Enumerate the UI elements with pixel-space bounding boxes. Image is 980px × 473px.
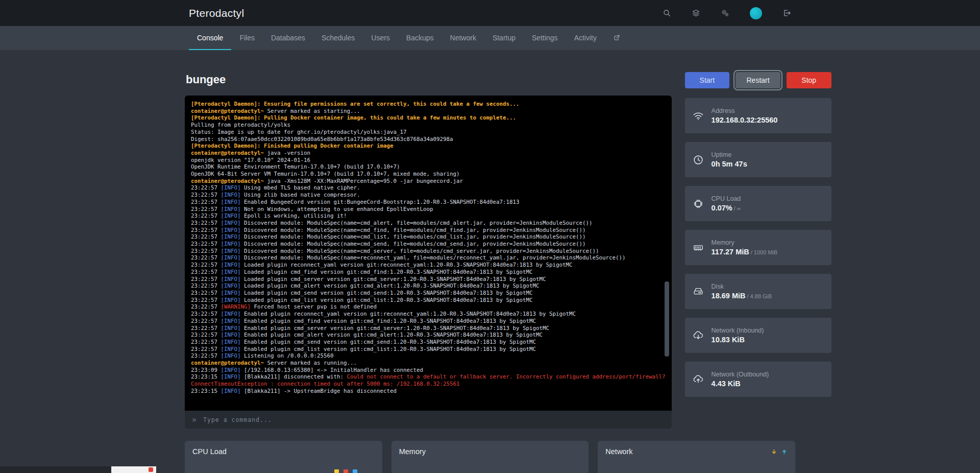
console-line: 23:22:57 [INFO] Discovered module: Modul… — [191, 233, 666, 241]
console-line: 23:22:57 [INFO] Loaded plugin cmd_list v… — [191, 297, 666, 304]
stat-label: Network (Outbound) — [712, 371, 769, 378]
console-line: 23:22:57 [INFO] Enabled plugin cmd_list … — [191, 346, 666, 353]
console-output[interactable]: [Pterodactyl Daemon]: Ensuring file perm… — [185, 96, 672, 411]
chart-title: Memory — [399, 447, 426, 456]
console-panel: [Pterodactyl Daemon]: Ensuring file perm… — [185, 96, 672, 429]
tab-settings[interactable]: Settings — [524, 26, 566, 50]
tab-backups[interactable]: Backups — [398, 26, 442, 50]
stat-label: CPU Load — [712, 195, 741, 202]
taskbar-widget-icon — [149, 467, 153, 472]
server-sidebar: StartRestartStop Address192.168.0.32:255… — [685, 72, 831, 429]
console-line: 23:22:57 [INFO] Loaded plugin cmd_server… — [191, 276, 666, 283]
tab-schedules[interactable]: Schedules — [313, 26, 363, 50]
taskbar-widget[interactable] — [111, 466, 156, 473]
console-line: openjdk version "17.0.10" 2024-01-16 — [191, 157, 666, 164]
tab-users[interactable]: Users — [363, 26, 398, 50]
console-line: container@pterodactyl~ Server marked as … — [191, 360, 666, 367]
sign-out-icon[interactable] — [782, 9, 791, 17]
stat-suffix: / 1000 MiB — [751, 249, 778, 255]
console-line: container@pterodactyl~ java -version — [191, 150, 666, 157]
console-line: 23:22:57 [INFO] Discovered module: Modul… — [191, 254, 666, 262]
stat-value: 0.07%/ ∞ — [712, 204, 741, 212]
console-line: 23:22:57 [INFO] Not on Windows, attempti… — [191, 206, 666, 213]
console-line: 23:22:57 [INFO] Loaded plugin reconnect_… — [191, 262, 666, 269]
taskbar-app-icons[interactable] — [334, 469, 357, 473]
disk-icon — [692, 286, 704, 297]
tab-files[interactable]: Files — [231, 26, 263, 50]
external-link-icon[interactable] — [605, 26, 629, 50]
server-stats: Address192.168.0.32:25560Uptime0h 5m 47s… — [685, 98, 831, 397]
tab-activity[interactable]: Activity — [566, 26, 605, 50]
stat-value: 18.69 MiB/ 4.88 GiB — [712, 292, 772, 300]
brand-link[interactable]: Pterodactyl — [189, 7, 244, 19]
console-line: Pulling from pterodactyl/yolks — [191, 122, 666, 129]
console-line: 23:23:15 [INFO] [Blakka211] -> UpstreamB… — [191, 388, 666, 395]
console-line: 23:22:57 [INFO] Listening on /0.0.0.0:25… — [191, 352, 666, 360]
wifi-icon — [692, 110, 704, 122]
server-list-icon[interactable] — [692, 9, 700, 17]
memory-icon — [692, 242, 704, 253]
console-line: 23:22:57 [INFO] Loaded plugin cmd_send v… — [191, 290, 666, 297]
stat-card-cpu-load: CPU Load0.07%/ ∞ — [685, 186, 831, 221]
tab-databases[interactable]: Databases — [263, 26, 313, 50]
console-scrollbar[interactable] — [665, 281, 669, 357]
stat-value: 0h 5m 47s — [712, 160, 747, 168]
tab-startup[interactable]: Startup — [484, 26, 524, 50]
stat-value: 117.27 MiB/ 1000 MiB — [712, 248, 778, 256]
console-line: 23:22:57 [INFO] Discovered module: Modul… — [191, 241, 666, 248]
stat-card-network-inbound: Network (Inbound)10.83 KiB — [685, 318, 831, 353]
taskbar-left-segment[interactable] — [0, 466, 111, 473]
user-avatar[interactable] — [750, 7, 762, 19]
stat-card-address: Address192.168.0.32:25560 — [685, 98, 831, 133]
console-line: 23:22:57 [INFO] Enabled plugin reconnect… — [191, 311, 666, 318]
stop-button[interactable]: Stop — [787, 72, 831, 88]
stat-suffix: / ∞ — [734, 205, 741, 211]
main-content: bungee [Pterodactyl Daemon]: Ensuring fi… — [185, 50, 795, 473]
command-input[interactable] — [202, 416, 665, 424]
clock-icon — [692, 154, 704, 165]
console-line: container@pterodactyl~ java -Xms128M -XX… — [191, 178, 666, 185]
chart-title: CPU Load — [192, 447, 227, 456]
stat-card-network-outbound: Network (Outbound)4.43 KiB — [685, 362, 831, 397]
admin-settings-icon[interactable] — [721, 9, 729, 17]
stat-label: Address — [712, 107, 778, 114]
console-line: 23:22:57 [WARNING] Forced host server pv… — [191, 303, 666, 311]
stat-value: 4.43 KiB — [712, 380, 769, 388]
console-line: 23:22:57 [INFO] Discovered module: Modul… — [191, 220, 666, 227]
console-line: 23:22:57 [INFO] Using mbed TLS based nat… — [191, 184, 666, 192]
server-subnav: ConsoleFilesDatabasesSchedulesUsersBacku… — [0, 26, 980, 50]
tab-network[interactable]: Network — [442, 26, 484, 50]
console-line: 23:22:57 [INFO] Enabled plugin cmd_alert… — [191, 332, 666, 339]
start-button[interactable]: Start — [685, 72, 730, 88]
console-line: 23:22:57 [INFO] Loaded plugin cmd_alert … — [191, 282, 666, 290]
search-icon[interactable] — [663, 9, 671, 17]
console-line: OpenJDK 64-Bit Server VM Temurin-17.0.10… — [191, 171, 666, 178]
console-line: OpenJDK Runtime Environment Temurin-17.0… — [191, 163, 666, 171]
console-line: 23:22:57 [INFO] Enabled BungeeCord versi… — [191, 199, 666, 206]
stat-value: 192.168.0.32:25560 — [712, 116, 778, 124]
stat-label: Network (Inbound) — [712, 327, 764, 334]
console-line: 23:22:57 [INFO] Enabled plugin cmd_find … — [191, 318, 666, 325]
console-line: 23:22:57 [INFO] Epoll is working, utilis… — [191, 212, 666, 220]
console-line: 23:22:57 [INFO] Discovered module: Modul… — [191, 227, 666, 234]
console-line: 23:22:57 [INFO] Discovered module: Modul… — [191, 248, 666, 255]
taskbar-peek — [0, 466, 980, 473]
chart-title: Network — [605, 447, 632, 456]
console-line: [Pterodactyl Daemon]: Finished pulling D… — [191, 143, 666, 150]
console-line: 23:23:15 [INFO] [Blakka211] disconnected… — [191, 373, 666, 381]
console-line: Digest: sha256:07aae50dcc032201089bd0a65… — [191, 136, 666, 143]
cloud-download-icon — [692, 330, 704, 341]
stat-suffix: / 4.88 GiB — [747, 293, 772, 299]
navbar-icons — [663, 7, 791, 19]
page-title: bungee — [186, 73, 672, 86]
console-line: container@pterodactyl~ Server marked as … — [191, 108, 666, 115]
stat-value: 10.83 KiB — [712, 336, 764, 344]
console-line: [Pterodactyl Daemon]: Ensuring file perm… — [191, 101, 666, 108]
arrow-down-icon — [771, 448, 777, 455]
cpu-icon — [692, 198, 704, 209]
power-buttons: StartRestartStop — [685, 72, 831, 88]
stat-card-memory: Memory117.27 MiB/ 1000 MiB — [685, 230, 831, 265]
console-line: 23:22:57 [INFO] Enabled plugin cmd_serve… — [191, 325, 666, 332]
tab-console[interactable]: Console — [189, 26, 231, 50]
restart-button[interactable]: Restart — [736, 72, 780, 88]
